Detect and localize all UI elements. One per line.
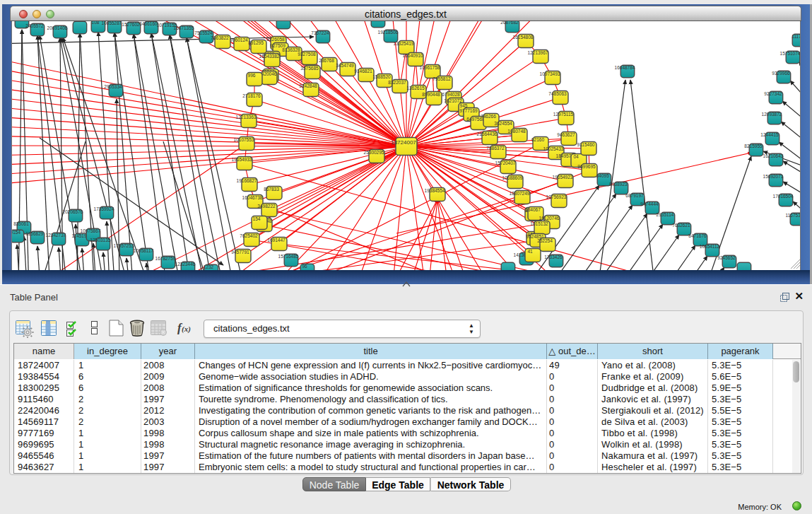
svg-text:10756923: 10756923 [546,194,567,199]
svg-text:7632621: 7632621 [672,223,690,228]
svg-text:16210643: 16210643 [763,153,784,158]
svg-text:13325419: 13325419 [394,41,414,46]
svg-text:9245652: 9245652 [717,255,736,260]
svg-text:9699695: 9699695 [577,164,596,169]
svg-text:1527602: 1527602 [122,22,140,27]
svg-text:10655287: 10655287 [102,21,122,25]
svg-text:7357224: 7357224 [311,30,329,35]
svg-text:16046738: 16046738 [242,195,263,200]
svg-text:9777169: 9777169 [459,108,478,113]
svg-text:2405572: 2405572 [25,23,44,28]
svg-text:17359924: 17359924 [94,206,114,211]
svg-text:891295: 891295 [248,40,264,45]
svg-text:996: 996 [248,73,256,78]
svg-text:8322037: 8322037 [388,80,406,85]
svg-text:9463627: 9463627 [557,132,575,137]
svg-text:2687682: 2687682 [500,21,519,25]
svg-text:2935114: 2935114 [657,212,674,217]
svg-text:16640910: 16640910 [403,53,423,58]
svg-text:19654933: 19654933 [232,157,252,162]
svg-text:17016504: 17016504 [773,194,794,199]
svg-text:19166827: 19166827 [237,178,257,183]
svg-text:10107553: 10107553 [234,137,254,142]
svg-text:12093872: 12093872 [762,112,782,117]
svg-text:1015132: 1015132 [530,221,548,226]
svg-text:835061: 835061 [13,221,29,226]
svg-text:16671355: 16671355 [174,25,194,30]
svg-text:9457791: 9457791 [231,250,249,255]
svg-text:6879197: 6879197 [625,193,644,198]
svg-text:1588520: 1588520 [372,74,391,79]
svg-text:9474444: 9474444 [640,201,659,206]
svg-text:20206576: 20206576 [63,209,83,214]
svg-text:3575685: 3575685 [300,66,319,71]
svg-text:746266: 746266 [481,114,496,119]
svg-text:10654112: 10654112 [700,244,720,249]
svg-text:(x): (x) [182,325,191,334]
svg-text:7886372: 7886372 [486,146,505,151]
svg-text:21564436: 21564436 [477,132,498,136]
svg-text:10025433: 10025433 [543,146,564,151]
svg-text:1117: 1117 [792,34,801,39]
svg-text:10973493: 10973493 [540,71,560,76]
svg-text:18807249: 18807249 [510,191,530,196]
svg-text:12503135: 12503135 [90,238,111,243]
svg-text:39154: 39154 [12,230,20,235]
svg-text:2905334: 2905334 [104,84,122,89]
svg-text:1080748: 1080748 [507,129,526,134]
svg-text:19218506: 19218506 [378,30,399,35]
svg-text:96: 96 [302,264,307,269]
svg-text:8471676: 8471676 [688,233,707,238]
svg-text:9329966: 9329966 [772,71,790,76]
svg-text:7515524: 7515524 [194,30,213,35]
svg-text:10975867: 10975867 [81,228,101,233]
svg-text:3454749: 3454749 [336,63,354,68]
svg-text:16543382: 16543382 [259,54,280,59]
svg-text:12342737: 12342737 [46,233,66,238]
svg-text:6794028: 6794028 [442,92,460,97]
svg-text:25300295: 25300295 [364,150,384,155]
svg-text:2718176: 2718176 [242,93,261,98]
svg-text:12323446: 12323446 [175,262,196,267]
svg-text:8226058: 8226058 [266,37,285,42]
svg-text:20691406: 20691406 [47,25,68,30]
svg-text:9242848: 9242848 [299,83,317,88]
svg-text:6466160: 6466160 [139,21,158,26]
svg-text:16120746: 16120746 [539,216,560,221]
svg-text:3498222: 3498222 [257,204,276,209]
svg-text:3624554: 3624554 [494,121,512,126]
svg-text:9115460: 9115460 [577,142,595,147]
svg-text:62160: 62160 [531,137,544,142]
svg-text:1156829: 1156829 [26,231,44,236]
svg-text:7955812: 7955812 [433,76,451,81]
svg-text:19654923: 19654923 [553,175,573,180]
svg-text:252254: 252254 [537,238,553,243]
svg-text:1691447: 1691447 [267,238,286,243]
svg-text:41: 41 [527,249,533,254]
svg-text:9227342: 9227342 [764,91,782,96]
svg-text:1733426: 1733426 [544,255,563,259]
svg-text:12975115: 12975115 [553,112,574,117]
svg-text:9960124: 9960124 [230,37,248,42]
svg-text:15720407: 15720407 [495,160,516,165]
svg-text:17957253: 17957253 [114,243,134,248]
svg-text:16782759: 16782759 [155,256,176,261]
svg-text:7485063: 7485063 [548,91,567,96]
svg-text:8990448: 8990448 [422,92,440,97]
svg-text:12213363: 12213363 [236,115,257,119]
svg-text:7663822: 7663822 [211,35,229,40]
svg-text:286768: 286768 [319,58,334,63]
svg-text:8938923: 8938923 [609,182,628,187]
svg-text:10688609: 10688609 [502,175,523,180]
svg-text:1621072: 1621072 [444,98,462,103]
svg-text:15716485: 15716485 [278,254,299,259]
svg-text:7625402: 7625402 [240,233,258,238]
svg-text:154: 154 [253,216,261,221]
svg-text:16648784: 16648784 [615,65,635,70]
svg-text:04: 04 [573,154,579,159]
svg-text:184067: 184067 [525,207,541,212]
svg-text:1167533: 1167533 [786,213,801,218]
svg-text:15751074: 15751074 [780,51,801,56]
svg-text:16154808: 16154808 [513,35,534,40]
svg-text:867833: 867833 [264,187,279,192]
